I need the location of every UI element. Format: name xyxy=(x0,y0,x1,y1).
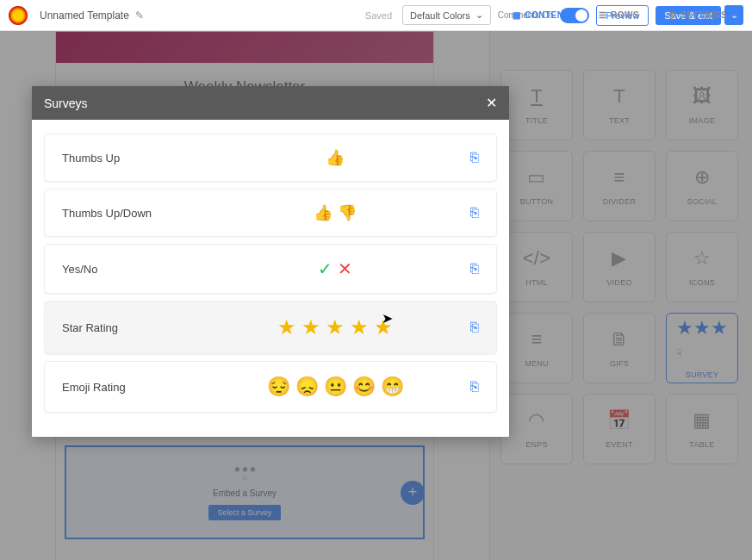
saved-status: Saved xyxy=(365,10,392,21)
emoji-sad-icon: 😔 xyxy=(267,376,290,398)
template-title[interactable]: Unnamed Template ✎ xyxy=(40,9,144,22)
modal-header: Surveys ✕ xyxy=(32,86,509,120)
star-icon: ★ xyxy=(301,315,320,339)
chevron-down-icon: ⌄ xyxy=(475,9,483,21)
insert-icon[interactable]: ⎘ xyxy=(470,379,479,395)
star-icon: ★ xyxy=(326,315,345,339)
surveys-modal: Surveys ✕ Thumbs Up 👍 ⎘ Thumbs Up/Down 👍… xyxy=(32,86,509,437)
emoji-neutral-icon: 😐 xyxy=(324,376,347,398)
insert-icon[interactable]: ⎘ xyxy=(470,150,479,165)
survey-row-star[interactable]: Star Rating ★★★★★ ⎘ xyxy=(44,301,497,354)
sidebar-tabs: ▦CONTENT ☰ROWS ⚙SETTINGS xyxy=(498,10,742,20)
thumb-up-icon: 👍 xyxy=(314,203,332,222)
emoji-pensive-icon: 😞 xyxy=(295,376,319,398)
rows-icon: ☰ xyxy=(599,10,607,20)
pencil-icon[interactable]: ✎ xyxy=(135,9,144,22)
check-icon: ✓ xyxy=(318,258,332,279)
tab-settings[interactable]: ⚙SETTINGS xyxy=(668,10,728,20)
survey-row-emoji[interactable]: Emoji Rating 😔😞😐😊😁 ⎘ xyxy=(44,361,497,413)
insert-icon[interactable]: ⎘ xyxy=(470,261,479,277)
emoji-smile-icon: 😊 xyxy=(352,376,376,398)
tab-content[interactable]: ▦CONTENT xyxy=(513,10,569,20)
title-text: Unnamed Template xyxy=(40,9,129,22)
thumb-down-icon: 👎 xyxy=(338,203,357,222)
cross-icon: ✕ xyxy=(338,258,352,279)
star-icon: ★ xyxy=(350,315,369,339)
survey-row-thumbs-up[interactable]: Thumbs Up 👍 ⎘ xyxy=(44,134,497,182)
thumb-up-icon: 👍 xyxy=(326,148,345,167)
colors-label: Default Colors xyxy=(410,10,470,21)
insert-icon[interactable]: ⎘ xyxy=(470,320,479,335)
colors-dropdown[interactable]: Default Colors ⌄ xyxy=(402,5,491,25)
insert-icon[interactable]: ⎘ xyxy=(470,205,479,221)
star-icon: ★ xyxy=(277,315,296,339)
modal-title: Surveys xyxy=(44,96,88,110)
emoji-grin-icon: 😁 xyxy=(381,376,404,398)
tab-rows[interactable]: ☰ROWS xyxy=(599,10,640,20)
settings-icon: ⚙ xyxy=(668,10,677,20)
logo xyxy=(9,6,28,25)
survey-row-yesno[interactable]: Yes/No ✓✕ ⎘ xyxy=(44,244,497,294)
grid-icon: ▦ xyxy=(513,10,521,20)
close-icon[interactable]: ✕ xyxy=(486,95,497,111)
star-icon: ★ xyxy=(374,315,393,339)
survey-row-thumbs-updown[interactable]: Thumbs Up/Down 👍👎 ⎘ xyxy=(44,189,497,237)
